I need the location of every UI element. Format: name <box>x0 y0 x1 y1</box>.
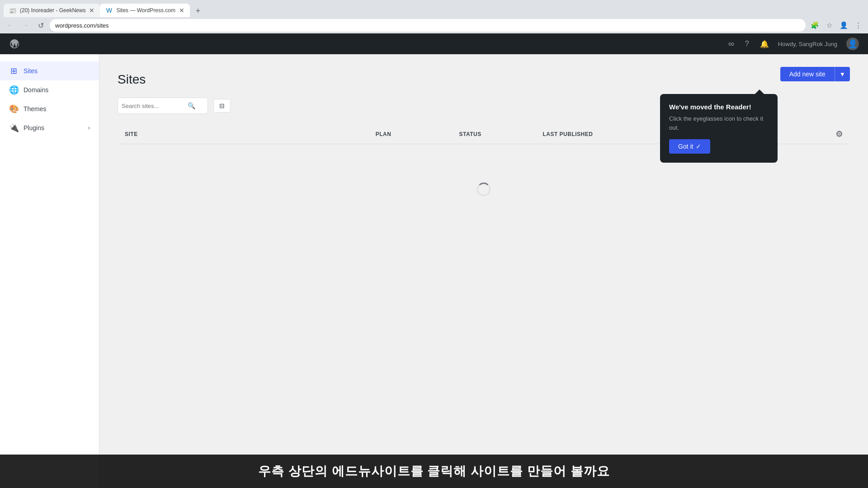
plugins-icon: 🔌 <box>9 123 18 133</box>
avatar-icon[interactable]: 👤 <box>844 36 861 52</box>
sidebar-item-sites[interactable]: ⊞ Sites <box>0 61 99 80</box>
back-button[interactable]: ← <box>4 19 16 32</box>
sidebar: ⊞ Sites 🌐 Domains 🎨 Themes 🔌 Plugins › <box>0 54 99 488</box>
tab-favicon-inoreader: 📰 <box>9 7 16 14</box>
sidebar-item-themes[interactable]: 🎨 Themes <box>0 99 99 118</box>
admin-bar-user[interactable]: Howdy, SangRok Jung <box>778 41 837 47</box>
sidebar-item-sites-label: Sites <box>24 67 38 75</box>
notifications-icon[interactable]: 🔔 <box>758 38 771 50</box>
tooltip-text: Click the eyeglasses icon to check it ou… <box>669 114 769 132</box>
bookmark-icon[interactable]: ☆ <box>823 19 835 32</box>
tab-title-wordpress: Sites — WordPress.com <box>116 7 175 14</box>
sidebar-item-plugins-label: Plugins <box>24 124 44 131</box>
address-bar-row: ← → ↺ wordpress.com/sites 🧩 ☆ 👤 ⋮ <box>0 17 868 33</box>
tab-close-wordpress[interactable]: ✕ <box>179 7 184 14</box>
wp-logo[interactable] <box>7 37 22 51</box>
main-content: Sites Add new site ▼ 🔍 ⊟ SITE PLAN STATU… <box>99 54 868 488</box>
tooltip-title: We've moved the Reader! <box>669 103 769 111</box>
tab-bar: 📰 (20) Inoreader - GeekNews ✕ W Sites — … <box>0 0 868 17</box>
spinner <box>477 183 491 196</box>
tab-favicon-wordpress: W <box>105 7 113 14</box>
sidebar-item-themes-label: Themes <box>24 105 47 113</box>
themes-icon: 🎨 <box>9 104 18 114</box>
profile-icon[interactable]: 👤 <box>837 19 850 32</box>
subtitle-text: 우측 상단의 에드뉴사이트를 클릭해 사이트를 만들어 볼까요 <box>258 464 610 478</box>
sidebar-item-domains-label: Domains <box>24 86 48 94</box>
tab-title-inoreader: (20) Inoreader - GeekNews <box>20 7 85 14</box>
tab-wordpress[interactable]: W Sites — WordPress.com ✕ <box>100 4 189 17</box>
filter-button[interactable]: ⊟ <box>213 99 231 113</box>
extensions-icon[interactable]: 🧩 <box>808 19 821 32</box>
subtitle-bar: 우측 상단의 에드뉴사이트를 클릭해 사이트를 만들어 볼까요 <box>0 455 868 488</box>
reload-button[interactable]: ↺ <box>34 19 47 32</box>
col-site-header: SITE <box>125 131 376 137</box>
more-icon[interactable]: ⋮ <box>852 19 864 32</box>
address-bar[interactable]: wordpress.com/sites <box>50 19 806 32</box>
search-icon: 🔍 <box>188 102 195 109</box>
col-status-header: STATUS <box>459 131 543 137</box>
create-site-button[interactable]: Add new site <box>780 67 835 81</box>
reader-icon[interactable]: ∞ <box>726 38 736 51</box>
checkmark-icon: ✓ <box>696 143 701 150</box>
browser-actions: 🧩 ☆ 👤 ⋮ <box>808 19 864 32</box>
tab-close-inoreader[interactable]: ✕ <box>89 7 94 14</box>
sites-icon: ⊞ <box>9 66 18 76</box>
col-plan-header: PLAN <box>376 131 459 137</box>
tooltip-got-it-button[interactable]: Got it ✓ <box>669 139 710 154</box>
table-settings-icon[interactable]: ⚙ <box>835 129 843 139</box>
browser-chrome: 📰 (20) Inoreader - GeekNews ✕ W Sites — … <box>0 0 868 33</box>
filter-icon: ⊟ <box>219 102 225 109</box>
wp-admin-bar: ∞ ? 🔔 Howdy, SangRok Jung 👤 <box>0 33 868 54</box>
sidebar-item-domains[interactable]: 🌐 Domains <box>0 80 99 99</box>
tooltip-popup: We've moved the Reader! Click the eyegla… <box>660 94 778 163</box>
tab-inoreader[interactable]: 📰 (20) Inoreader - GeekNews ✕ <box>4 4 100 17</box>
help-icon[interactable]: ? <box>743 38 751 50</box>
sidebar-item-plugins[interactable]: 🔌 Plugins › <box>0 118 99 137</box>
plugins-arrow-icon: › <box>88 125 90 131</box>
search-input[interactable] <box>122 103 185 109</box>
address-text: wordpress.com/sites <box>55 22 108 29</box>
tooltip-arrow <box>755 89 764 94</box>
new-tab-button[interactable]: + <box>192 5 204 17</box>
domains-icon: 🌐 <box>9 85 18 95</box>
create-site-dropdown-button[interactable]: ▼ <box>835 67 850 81</box>
forward-button[interactable]: → <box>19 19 32 32</box>
search-box: 🔍 <box>118 98 208 114</box>
col-last-published-header: LAST PUBLISHED <box>542 131 668 137</box>
app-layout: ⊞ Sites 🌐 Domains 🎨 Themes 🔌 Plugins › S… <box>0 54 868 488</box>
page-title: Sites <box>118 72 850 87</box>
create-site-area: Add new site ▼ <box>780 67 850 81</box>
